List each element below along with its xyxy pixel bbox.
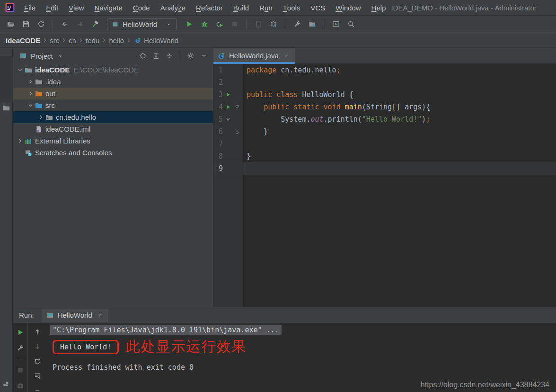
arrow-right-icon — [76, 20, 84, 28]
edit-configuration-button[interactable] — [15, 343, 26, 353]
code-segment: HelloWorld { — [302, 90, 353, 99]
code-line-4[interactable]: 4 public static void main(String[] args)… — [213, 101, 556, 113]
tree-item-external-libraries[interactable]: External Libraries — [13, 135, 213, 147]
code-text — [243, 138, 247, 150]
sidebar-item-structure[interactable]: Structure — [0, 332, 13, 377]
intellij-idea-window: IJ FileEditViewNavigateCodeAnalyzeRefact… — [0, 0, 556, 392]
run-play-icon — [16, 328, 25, 337]
project-structure-button[interactable] — [305, 18, 319, 30]
tree-item-out[interactable]: out — [13, 88, 213, 99]
menu-item-code[interactable]: Code — [128, 0, 155, 15]
menu-item-refactor[interactable]: Refactor — [191, 0, 228, 15]
run-anything-button[interactable] — [329, 18, 343, 30]
code-line-8[interactable]: 8} — [213, 150, 556, 162]
tab-helloworld-java[interactable]: C HelloWorld.java — [213, 48, 295, 63]
chevron-down-icon[interactable] — [16, 67, 24, 73]
close-icon[interactable] — [282, 52, 291, 60]
breadcrumb-item-src[interactable]: src — [50, 36, 59, 45]
chevron-down-icon[interactable] — [56, 52, 65, 60]
favorites-folder-icon[interactable] — [2, 104, 10, 112]
menu-item-file[interactable]: File — [19, 0, 41, 15]
menu-item-help[interactable]: Help — [366, 0, 391, 15]
menu-item-run[interactable]: Run — [254, 0, 278, 15]
breadcrumb-item-cn[interactable]: cn — [69, 36, 76, 45]
console-command-line[interactable]: "C:\Program Files\Java\jdk1.8.0_191\bin\… — [50, 325, 282, 335]
chevron-right-icon[interactable] — [16, 138, 24, 144]
menu-item-window[interactable]: Window — [330, 0, 366, 15]
save-all-button[interactable] — [19, 18, 33, 30]
menu-item-vcs[interactable]: VCS — [305, 0, 330, 15]
chevron-right-icon[interactable] — [26, 90, 35, 97]
stop-square-icon — [230, 20, 239, 28]
next-occurrence-button — [32, 342, 43, 351]
tree-item-cn-tedu-hello[interactable]: cn.tedu.hello — [13, 111, 213, 123]
update-project-button[interactable] — [266, 18, 280, 30]
run-with-coverage-button[interactable]: C — [212, 18, 226, 30]
back-button[interactable] — [58, 18, 71, 30]
menu-item-view[interactable]: View — [63, 0, 89, 15]
build-project-button[interactable] — [88, 18, 102, 30]
code-segment: out — [310, 115, 323, 124]
chevron-right-icon[interactable] — [37, 114, 45, 120]
check-gutter-icon[interactable] — [223, 116, 233, 122]
search-everywhere-button[interactable] — [344, 18, 358, 30]
run-gutter-icon[interactable] — [223, 104, 233, 110]
project-panel-title[interactable]: Project — [31, 52, 53, 60]
hide-panel-button[interactable] — [198, 50, 210, 62]
prev-occurrence-button[interactable] — [32, 328, 43, 336]
console-exit-line: Process finished with exit code 0 — [53, 363, 556, 372]
chevron-down-icon[interactable] — [26, 102, 35, 108]
code-line-2[interactable]: 2 — [213, 76, 556, 89]
tv-run-icon — [332, 20, 340, 28]
code-line-9[interactable]: 9 — [213, 162, 556, 175]
expand-all-button[interactable] — [150, 50, 162, 62]
tree-item-ideacode-iml[interactable]: ideaCODE.iml — [13, 123, 213, 135]
menu-item-navigate[interactable]: Navigate — [89, 0, 128, 15]
run-configurations[interactable]: HelloWorld — [107, 18, 177, 30]
menu-item-build[interactable]: Build — [228, 0, 254, 15]
breadcrumb-item-tedu[interactable]: tedu — [86, 36, 99, 45]
scratches-icon — [24, 149, 33, 157]
locate-file-button[interactable] — [137, 50, 149, 62]
sidebar-item-project[interactable]: Project — [0, 56, 13, 102]
run-panel-header: Run: HelloWorld — [13, 307, 556, 323]
fold-down-icon[interactable] — [233, 104, 241, 110]
view-options-button[interactable] — [185, 50, 197, 62]
run-tab-helloworld[interactable]: HelloWorld — [42, 309, 108, 322]
menu-item-tools[interactable]: Tools — [278, 0, 306, 15]
restore-layout-button[interactable] — [32, 357, 43, 365]
breadcrumb-item-ideacode[interactable]: ideaCODE — [6, 36, 40, 45]
code-editor[interactable]: 1package cn.tedu.hello;23public class He… — [213, 64, 556, 307]
run-console[interactable]: "C:\Program Files\Java\jdk1.8.0_191\bin\… — [47, 323, 556, 392]
fold-up-icon[interactable] — [233, 129, 241, 134]
run-button[interactable] — [182, 18, 196, 30]
menu-item-edit[interactable]: Edit — [41, 0, 63, 15]
code-line-6[interactable]: 6 } — [213, 125, 556, 138]
open-button[interactable] — [4, 18, 18, 30]
scroll-to-end-button[interactable] — [32, 372, 43, 380]
debug-button[interactable] — [197, 18, 211, 30]
code-line-7[interactable]: 7 — [213, 138, 556, 150]
scroll-end-icon — [33, 372, 42, 380]
line-number: 4 — [213, 101, 223, 113]
code-line-3[interactable]: 3public class HelloWorld { — [213, 89, 556, 101]
breadcrumb-item-hello[interactable]: hello — [109, 36, 124, 45]
settings-wrench-button[interactable] — [290, 18, 304, 30]
chevron-right-icon[interactable] — [26, 79, 35, 85]
close-icon[interactable] — [96, 311, 104, 320]
menu-item-analyze[interactable]: Analyze — [155, 0, 191, 15]
run-gutter-icon[interactable] — [223, 92, 233, 98]
structure-blocks-icon[interactable] — [2, 379, 10, 388]
rerun-button[interactable] — [15, 328, 26, 337]
tree-item-ideacode[interactable]: ideaCODEE:\CODE\ideaCODE — [13, 64, 213, 76]
tree-item-src[interactable]: src — [13, 99, 213, 111]
tree-item--idea[interactable]: .idea — [13, 76, 213, 88]
tree-item-scratches-and-consoles[interactable]: Scratches and Consoles — [13, 147, 213, 159]
code-segment: .println( — [324, 115, 362, 124]
synchronize-button[interactable] — [34, 18, 48, 30]
code-line-1[interactable]: 1package cn.tedu.hello; — [213, 64, 556, 76]
breadcrumb-item-helloworld[interactable]: HelloWorld — [144, 36, 178, 45]
code-line-5[interactable]: 5 System.out.println("Hello World!"); — [213, 113, 556, 125]
collapse-all-button[interactable] — [163, 50, 176, 62]
more-button[interactable] — [32, 386, 43, 392]
